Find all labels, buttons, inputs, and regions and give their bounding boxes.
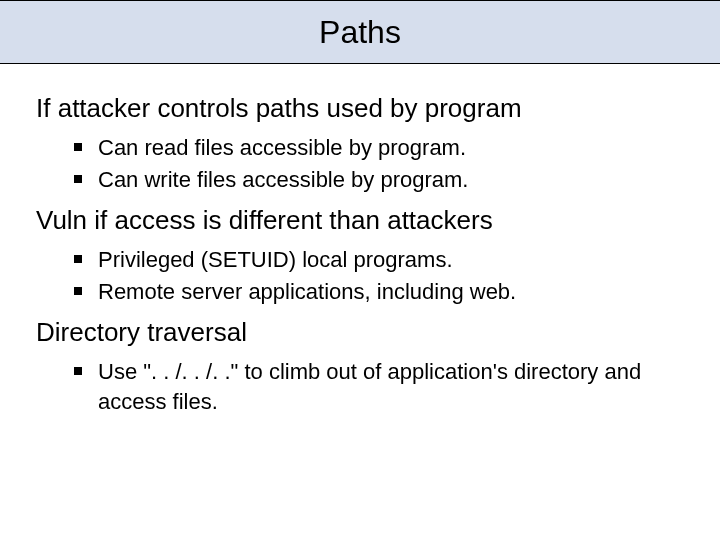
bullet-text: Can read files accessible by program. [98,133,684,164]
bullet-text: Remote server applications, including we… [98,277,684,308]
list-item: Can write files accessible by program. [74,165,684,196]
bullet-icon [74,165,98,183]
section-heading-1: Vuln if access is different than attacke… [36,204,684,237]
list-item: Remote server applications, including we… [74,277,684,308]
bullet-text: Privileged (SETUID) local programs. [98,245,684,276]
slide-title: Paths [319,14,401,51]
bullet-text: Use ". . /. . /. ." to climb out of appl… [98,357,684,419]
bullet-text: Can write files accessible by program. [98,165,684,196]
section-heading-2: Directory traversal [36,316,684,349]
title-bar: Paths [0,0,720,64]
list-item: Can read files accessible by program. [74,133,684,164]
bullet-list-0: Can read files accessible by program. Ca… [74,133,684,197]
list-item: Use ". . /. . /. ." to climb out of appl… [74,357,684,419]
list-item: Privileged (SETUID) local programs. [74,245,684,276]
bullet-icon [74,357,98,375]
section-heading-0: If attacker controls paths used by progr… [36,92,684,125]
bullet-icon [74,245,98,263]
bullet-icon [74,277,98,295]
bullet-icon [74,133,98,151]
slide-content: If attacker controls paths used by progr… [0,64,720,418]
bullet-list-2: Use ". . /. . /. ." to climb out of appl… [74,357,684,419]
bullet-list-1: Privileged (SETUID) local programs. Remo… [74,245,684,309]
